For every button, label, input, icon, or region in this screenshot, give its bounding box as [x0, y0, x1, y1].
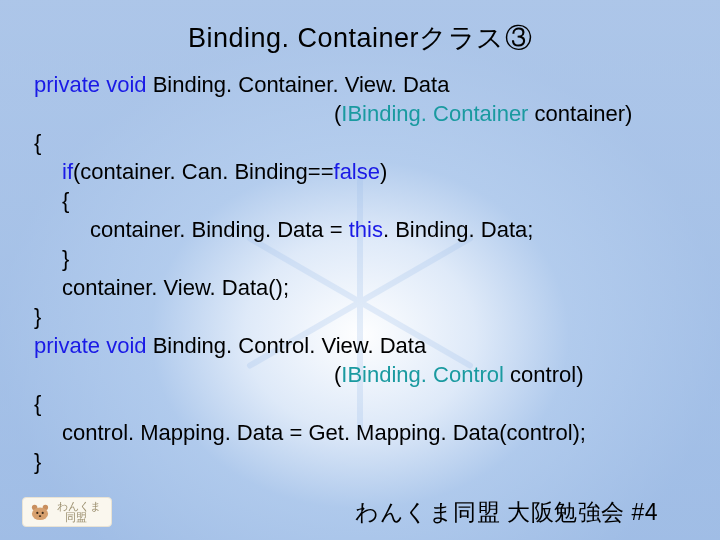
code-line: }: [34, 302, 686, 331]
wankuma-logo: わんくま 同盟: [22, 497, 112, 527]
code-line: container. View. Data();: [34, 273, 686, 302]
logo-text: わんくま 同盟: [57, 501, 101, 523]
keyword-false: false: [334, 159, 380, 184]
keyword-private: private: [34, 72, 100, 97]
keyword-void: void: [106, 72, 146, 97]
code-line: {: [34, 186, 686, 215]
code-line: }: [34, 447, 686, 476]
svg-point-4: [42, 512, 44, 514]
svg-point-5: [39, 515, 42, 517]
code-line: (IBinding. Container container): [34, 99, 686, 128]
code-line: private void Binding. Container. View. D…: [34, 70, 686, 99]
footer-caption: わんくま同盟 大阪勉強会 #4: [355, 497, 698, 528]
code-line: container. Binding. Data = this. Binding…: [34, 215, 686, 244]
code-line: if(container. Can. Binding==false): [34, 157, 686, 186]
slide-footer: わんくま 同盟 わんくま同盟 大阪勉強会 #4: [0, 492, 720, 540]
code-block: private void Binding. Container. View. D…: [0, 70, 720, 476]
keyword-this: this: [349, 217, 383, 242]
code-line: control. Mapping. Data = Get. Mapping. D…: [34, 418, 686, 447]
svg-point-3: [36, 512, 38, 514]
slide-content: Binding. Containerクラス③ private void Bind…: [0, 0, 720, 540]
code-line: {: [34, 128, 686, 157]
code-line: (IBinding. Control control): [34, 360, 686, 389]
code-line: private void Binding. Control. View. Dat…: [34, 331, 686, 360]
bear-icon: [29, 503, 51, 521]
keyword-if: if: [62, 159, 73, 184]
logo-line2: 同盟: [57, 512, 101, 523]
keyword-void: void: [106, 333, 146, 358]
slide-title: Binding. Containerクラス③: [0, 0, 720, 70]
code-line: }: [34, 244, 686, 273]
type-name: IBinding. Container: [341, 101, 528, 126]
keyword-private: private: [34, 333, 100, 358]
code-line: {: [34, 389, 686, 418]
svg-point-2: [32, 508, 48, 521]
type-name: IBinding. Control: [341, 362, 504, 387]
